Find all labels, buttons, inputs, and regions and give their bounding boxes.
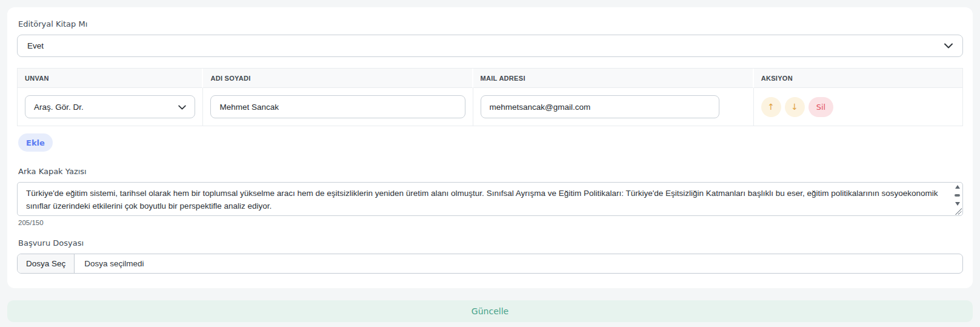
cell-unvan: Araş. Gör. Dr. [18, 88, 203, 126]
file-status-text: Dosya seçilmedi [75, 259, 153, 268]
cell-adi-soyadi [203, 88, 473, 126]
textarea-scrollbar[interactable] [953, 183, 962, 207]
chevron-down-icon [178, 103, 186, 112]
application-file-input[interactable]: Dosya Seç Dosya seçilmedi [17, 254, 963, 274]
editorial-select[interactable]: Evet [17, 35, 963, 57]
choose-file-button[interactable]: Dosya Seç [18, 254, 75, 273]
cell-mail-adresi [473, 88, 754, 126]
unvan-select[interactable]: Araş. Gör. Dr. [25, 95, 195, 118]
column-header-aksiyon: AKSIYON [754, 69, 962, 88]
mail-adresi-input[interactable] [481, 95, 719, 118]
back-cover-text: Türkiye'de eğitim sistemi, tarihsel olar… [18, 183, 952, 215]
application-file-label: Başvuru Dosyası [18, 238, 962, 248]
column-header-unvan: UNVAN [18, 69, 203, 88]
move-down-button[interactable]: ↓ [785, 97, 805, 117]
delete-author-button[interactable]: Sil [808, 97, 833, 117]
cell-aksiyon: ↑ ↓ Sil [754, 88, 962, 126]
authors-table: UNVAN ADI SOYADI MAIL ADRESI AKSIYON Ara… [17, 68, 963, 126]
chevron-down-icon [944, 41, 953, 50]
back-cover-textarea[interactable]: Türkiye'de eğitim sistemi, tarihsel olar… [17, 182, 963, 216]
column-header-mail-adresi: MAIL ADRESI [473, 69, 754, 88]
add-author-button[interactable]: Ekle [18, 133, 53, 152]
column-header-adi-soyadi: ADI SOYADI [203, 69, 473, 88]
arrow-down-icon: ↓ [791, 102, 798, 112]
authors-table-header: UNVAN ADI SOYADI MAIL ADRESI AKSIYON [18, 69, 962, 88]
adi-soyadi-input[interactable] [210, 95, 465, 118]
unvan-select-value: Araş. Gör. Dr. [34, 103, 84, 112]
editorial-label: Editöryal Kitap Mı [18, 19, 962, 29]
scroll-up-icon[interactable] [955, 185, 960, 189]
update-submit-button[interactable]: Güncelle [7, 300, 973, 322]
move-up-button[interactable]: ↑ [761, 97, 781, 117]
editorial-select-value: Evet [27, 41, 44, 50]
scrollbar-thumb[interactable] [955, 194, 960, 197]
arrow-up-icon: ↑ [767, 102, 775, 112]
scroll-down-icon[interactable] [955, 202, 960, 206]
back-cover-label: Arka Kapak Yazısı [18, 167, 962, 176]
book-form-card: Editöryal Kitap Mı Evet UNVAN ADI SOYADI… [7, 7, 973, 288]
textarea-resize-handle[interactable] [954, 207, 962, 215]
char-counter: 205/150 [18, 219, 962, 226]
author-table-row: Araş. Gör. Dr. ↑ ↓ Sil [18, 88, 962, 126]
